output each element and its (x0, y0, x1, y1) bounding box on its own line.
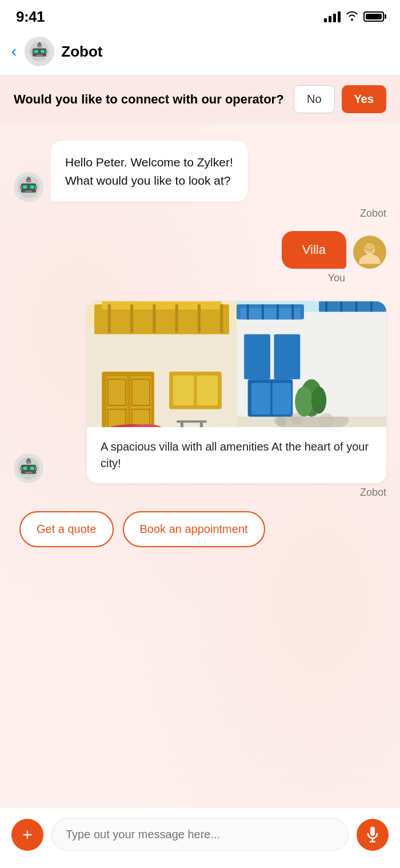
get-quote-button[interactable]: Get a quote (19, 511, 114, 547)
svg-rect-15 (35, 185, 37, 189)
villa-image-left (87, 301, 237, 427)
villa-description: A spacious villa with all amenities At t… (87, 427, 386, 483)
svg-rect-67 (274, 335, 301, 380)
svg-rect-25 (25, 472, 32, 473)
yes-button[interactable]: Yes (342, 85, 386, 113)
banner-buttons: No Yes (294, 85, 386, 113)
svg-rect-42 (130, 376, 151, 427)
status-time: 9:41 (16, 8, 45, 26)
svg-rect-41 (106, 376, 127, 427)
operator-banner: Would you like to connect with our opera… (0, 75, 400, 124)
user-reply-row: Villa (14, 231, 386, 269)
svg-rect-49 (197, 376, 218, 405)
svg-rect-33 (102, 301, 222, 309)
svg-rect-48 (173, 376, 194, 405)
wifi-icon (345, 10, 359, 23)
chat-messages: Hello Peter. Welcome to Zylker! What wou… (0, 124, 400, 807)
svg-rect-71 (319, 301, 386, 312)
operator-question: Would you like to connect with our opera… (14, 91, 285, 108)
user-avatar (353, 236, 386, 269)
svg-rect-24 (30, 467, 34, 469)
svg-point-8 (38, 42, 41, 45)
svg-rect-6 (46, 50, 47, 54)
no-button[interactable]: No (294, 85, 335, 113)
svg-point-29 (27, 458, 30, 461)
bot-avatar-large (25, 37, 54, 66)
svg-rect-66 (244, 335, 270, 380)
message-input[interactable] (51, 818, 349, 851)
svg-point-17 (27, 177, 30, 180)
chat-section: Hello Peter. Welcome to Zylker! What wou… (0, 124, 400, 807)
svg-rect-54 (181, 423, 183, 427)
svg-point-20 (365, 243, 375, 253)
svg-rect-27 (35, 467, 37, 471)
svg-rect-4 (37, 55, 43, 56)
battery-icon (363, 11, 384, 22)
book-appointment-button[interactable]: Book an appointment (123, 511, 265, 547)
svg-rect-69 (251, 383, 270, 415)
chat-header: ‹ Zobot (0, 31, 400, 75)
svg-rect-55 (200, 423, 203, 427)
svg-rect-5 (32, 50, 34, 54)
villa-card-row: A spacious villa with all amenities At t… (14, 296, 386, 483)
svg-rect-11 (23, 185, 27, 188)
user-reply-bubble: Villa (282, 231, 346, 269)
mic-icon (366, 827, 379, 843)
plus-icon: + (22, 826, 33, 843)
bot-sender-label: Zobot (14, 208, 386, 220)
bot-greeting-bubble: Hello Peter. Welcome to Zylker! What wou… (50, 141, 248, 202)
bot-avatar-villa (14, 453, 43, 483)
svg-point-78 (311, 387, 326, 413)
svg-point-80 (290, 413, 302, 425)
villa-images (87, 301, 386, 427)
svg-rect-26 (20, 467, 22, 471)
back-button[interactable]: ‹ (11, 42, 17, 61)
bot-avatar-small (14, 172, 43, 202)
svg-rect-13 (25, 190, 32, 192)
status-bar: 9:41 (0, 0, 400, 31)
mic-button[interactable] (357, 819, 389, 851)
action-buttons: Get a quote Book an appointment (14, 511, 386, 547)
svg-rect-3 (41, 50, 45, 53)
signal-icon (324, 11, 341, 22)
svg-rect-2 (35, 50, 38, 53)
status-icons (324, 10, 384, 23)
svg-rect-14 (20, 185, 22, 189)
svg-rect-83 (370, 827, 375, 836)
user-sender-label: You (14, 272, 386, 284)
input-bar: + (0, 807, 400, 868)
svg-rect-12 (30, 185, 34, 188)
svg-rect-53 (177, 420, 206, 423)
villa-image-right (237, 301, 386, 427)
bot-greeting-row: Hello Peter. Welcome to Zylker! What wou… (14, 141, 386, 202)
svg-rect-70 (273, 383, 291, 415)
villa-card: A spacious villa with all amenities At t… (87, 301, 386, 483)
svg-rect-23 (23, 467, 27, 469)
svg-point-77 (295, 387, 313, 416)
svg-rect-61 (241, 308, 301, 320)
add-button[interactable]: + (11, 819, 43, 851)
svg-point-82 (276, 417, 286, 427)
villa-card-sender-label: Zobot (14, 487, 386, 499)
bot-name: Zobot (61, 43, 102, 61)
